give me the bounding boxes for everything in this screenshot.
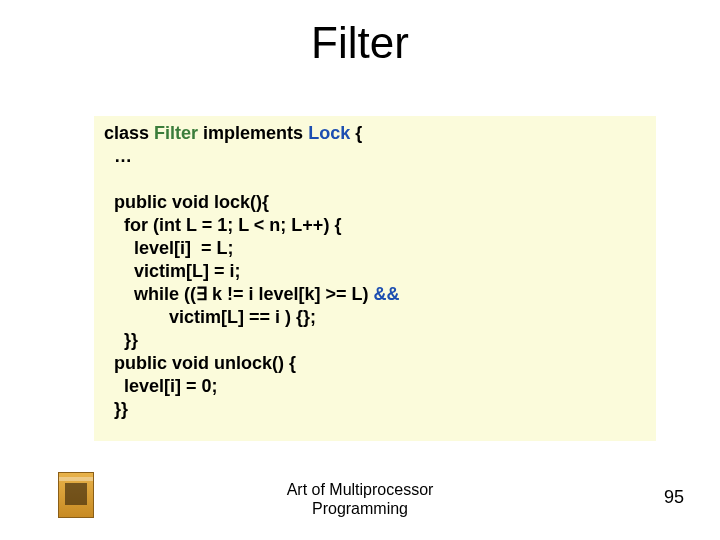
- iface-lock: Lock: [308, 123, 350, 143]
- footer-text: Art of Multiprocessor Programming: [0, 481, 720, 518]
- page-number: 95: [664, 487, 684, 508]
- for-rest: L = 1; L < n; L++) {: [181, 215, 341, 235]
- footer-line2: Programming: [0, 500, 720, 518]
- kw-implements: implements: [203, 123, 303, 143]
- kw-public-void-lock: public void: [104, 192, 209, 212]
- brace-open: {: [350, 123, 362, 143]
- for-open: (: [148, 215, 159, 235]
- slide: Filter class Filter implements Lock { … …: [0, 0, 720, 540]
- footer-line1: Art of Multiprocessor: [0, 481, 720, 499]
- kw-int: int: [159, 215, 181, 235]
- close-class: }}: [104, 399, 128, 419]
- kw-while: while: [104, 284, 179, 304]
- classname: Filter: [154, 123, 198, 143]
- while-cond-b: victim[L] == i ) {};: [104, 307, 316, 327]
- ellipsis: …: [104, 146, 132, 166]
- kw-public-void-unlock: public void: [104, 353, 209, 373]
- while-cond-a: ((∃ k != i level[k] >= L): [179, 284, 374, 304]
- code-box: class Filter implements Lock { … public …: [94, 116, 656, 441]
- kw-for: for: [104, 215, 148, 235]
- slide-title: Filter: [0, 0, 720, 68]
- stmt-victim-assign: victim[L] = i;: [104, 261, 241, 281]
- unlock-sig: unlock() {: [209, 353, 296, 373]
- kw-class: class: [104, 123, 149, 143]
- close-for: }}: [104, 330, 138, 350]
- bool-and: &&: [374, 284, 400, 304]
- lock-sig: lock(){: [209, 192, 269, 212]
- stmt-level-assign: level[i] = L;: [104, 238, 234, 258]
- stmt-level-zero: level[i] = 0;: [104, 376, 218, 396]
